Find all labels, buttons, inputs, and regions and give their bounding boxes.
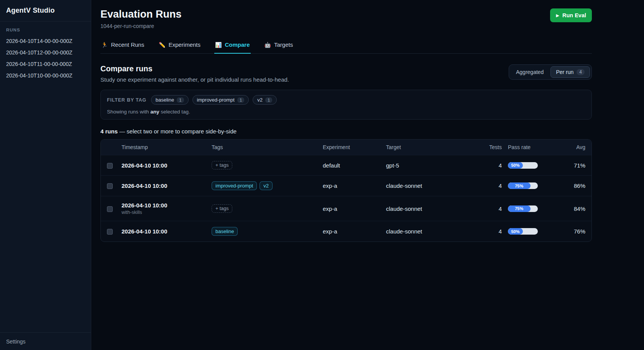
pass-rate-fill: 50% [508, 228, 523, 235]
toggle-per-run-label: Per run [556, 69, 573, 75]
table-row[interactable]: 2026-04-10 10:00 improved-promptv2 exp-a… [101, 176, 591, 196]
tab-recent-runs[interactable]: 🏃 Recent Runs [100, 39, 145, 54]
play-icon: ▶ [556, 13, 559, 18]
toggle-aggregated-label: Aggregated [516, 69, 544, 75]
run-tests: 4 [471, 221, 505, 242]
sidebar-header: AgentV Studio [0, 0, 91, 21]
robot-icon: 🤖 [264, 42, 271, 48]
column-header-pass-rate: Pass rate [505, 140, 552, 155]
sidebar-run-item[interactable]: 2026-04-10T12-00-00-000Z [0, 47, 91, 58]
run-tag[interactable]: improved-prompt [212, 181, 257, 190]
pass-rate-fill: 75% [508, 205, 531, 212]
run-tests: 4 [471, 196, 505, 221]
run-avg: 84% [552, 196, 591, 221]
sidebar-footer: Settings [0, 332, 91, 350]
table-row[interactable]: 2026-04-10 10:00 baseline exp-a claude-s… [101, 221, 591, 242]
sidebar: AgentV Studio RUNS 2026-04-10T14-00-00-0… [0, 0, 91, 350]
app-title: AgentV Studio [6, 7, 85, 15]
tab-experiments[interactable]: ✏️ Experiments [158, 39, 201, 54]
tab-targets[interactable]: 🤖 Targets [264, 39, 294, 54]
runs-table: Timestamp Tags Experiment Target Tests P… [100, 139, 592, 242]
filter-tag-v2[interactable]: v2 1 [253, 95, 277, 105]
row-checkbox[interactable] [107, 163, 113, 169]
column-header-avg: Avg [552, 140, 591, 155]
row-checkbox[interactable] [107, 183, 113, 189]
filter-tag-label: v2 [257, 97, 263, 103]
run-avg: 76% [552, 221, 591, 242]
runs-summary-count: 4 runs [100, 128, 118, 135]
filter-row: FILTER BY TAG baseline 1 improved-prompt… [107, 95, 585, 105]
page-title: Evaluation Runs [100, 8, 182, 20]
sidebar-run-item[interactable]: 2026-04-10T14-00-00-000Z [0, 35, 91, 47]
per-run-count-badge: 4 [577, 69, 585, 75]
row-checkbox[interactable] [107, 206, 113, 212]
run-timestamp: 2026-04-10 10:00 [122, 202, 205, 209]
filter-by-tag-label: FILTER BY TAG [107, 97, 146, 103]
run-target: claude-sonnet [383, 221, 471, 242]
pass-rate-label: 50% [511, 229, 519, 234]
sidebar-runs-label: RUNS [0, 21, 91, 35]
table-row[interactable]: 2026-04-10 10:00 with-skills + tags exp-… [101, 196, 591, 221]
add-tags-button[interactable]: + tags [212, 204, 232, 213]
compare-header-text: Compare runs Study one experiment agains… [100, 64, 289, 83]
column-header-timestamp: Timestamp [118, 140, 209, 155]
tab-label: Recent Runs [111, 41, 144, 48]
filter-tag-improved-prompt[interactable]: improved-prompt 1 [192, 95, 249, 105]
run-experiment: exp-a [320, 196, 383, 221]
filter-note-bold: any [150, 109, 159, 115]
tab-compare[interactable]: 📊 Compare [214, 39, 251, 54]
table-row[interactable]: 2026-04-10 10:00 + tags default gpt-5 4 … [101, 155, 591, 176]
page-header: Evaluation Runs 1044-per-run-compare ▶ R… [100, 8, 592, 29]
run-eval-button[interactable]: ▶ Run Eval [550, 8, 592, 22]
run-avg: 71% [552, 155, 591, 176]
column-header-tags: Tags [209, 140, 320, 155]
run-timestamp: 2026-04-10 10:00 [122, 162, 205, 169]
header-checkbox-spacer [101, 140, 118, 155]
app-root: AgentV Studio RUNS 2026-04-10T14-00-00-0… [0, 0, 644, 350]
run-target: claude-sonnet [383, 196, 471, 221]
run-avg: 86% [552, 176, 591, 196]
filter-tag-count: 1 [177, 97, 184, 103]
compare-subtitle: Study one experiment against another, or… [100, 76, 289, 83]
filter-tag-baseline[interactable]: baseline 1 [151, 95, 189, 105]
sidebar-run-item[interactable]: 2026-04-10T10-00-00-000Z [0, 70, 91, 81]
runs-summary: 4 runs — select two or more to compare s… [100, 128, 592, 135]
pass-rate-fill: 50% [508, 162, 523, 169]
filter-note-suffix: selected tag. [159, 109, 190, 115]
sidebar-run-item[interactable]: 2026-04-10T11-00-00-000Z [0, 58, 91, 70]
run-tag[interactable]: baseline [212, 227, 238, 236]
run-target: claude-sonnet [383, 176, 471, 196]
run-tests: 4 [471, 176, 505, 196]
bar-chart-icon: 📊 [215, 42, 222, 48]
compare-header: Compare runs Study one experiment agains… [100, 64, 592, 83]
run-target: gpt-5 [383, 155, 471, 176]
settings-link[interactable]: Settings [6, 338, 26, 345]
sidebar-runs-list: 2026-04-10T14-00-00-000Z 2026-04-10T12-0… [0, 35, 91, 332]
table-header-row: Timestamp Tags Experiment Target Tests P… [101, 140, 591, 155]
filter-tag-count: 1 [237, 97, 244, 103]
run-timestamp: 2026-04-10 10:00 [122, 228, 205, 235]
main-content: Evaluation Runs 1044-per-run-compare ▶ R… [91, 0, 644, 350]
add-tags-button[interactable]: + tags [212, 161, 232, 169]
tab-bar: 🏃 Recent Runs ✏️ Experiments 📊 Compare 🤖… [100, 39, 592, 54]
toggle-per-run[interactable]: Per run 4 [550, 66, 590, 78]
pass-rate-label: 75% [515, 206, 523, 211]
toggle-aggregated[interactable]: Aggregated [511, 66, 549, 78]
column-header-tests: Tests [471, 140, 505, 155]
row-checkbox[interactable] [107, 229, 113, 235]
filter-tag-label: baseline [156, 97, 174, 103]
run-eval-label: Run Eval [562, 12, 586, 18]
filter-tag-count: 1 [265, 97, 272, 103]
column-header-experiment: Experiment [320, 140, 383, 155]
view-mode-toggle: Aggregated Per run 4 [509, 64, 592, 80]
filter-panel: FILTER BY TAG baseline 1 improved-prompt… [100, 90, 592, 120]
runner-icon: 🏃 [101, 42, 108, 48]
pass-rate-label: 50% [511, 163, 519, 168]
run-tag[interactable]: v2 [260, 181, 273, 190]
column-header-target: Target [383, 140, 471, 155]
run-timestamp: 2026-04-10 10:00 [122, 182, 205, 189]
runs-summary-text: — select two or more to compare side-by-… [118, 128, 237, 135]
pencil-icon: ✏️ [159, 42, 165, 48]
run-experiment: exp-a [320, 176, 383, 196]
tab-label: Targets [274, 41, 293, 48]
